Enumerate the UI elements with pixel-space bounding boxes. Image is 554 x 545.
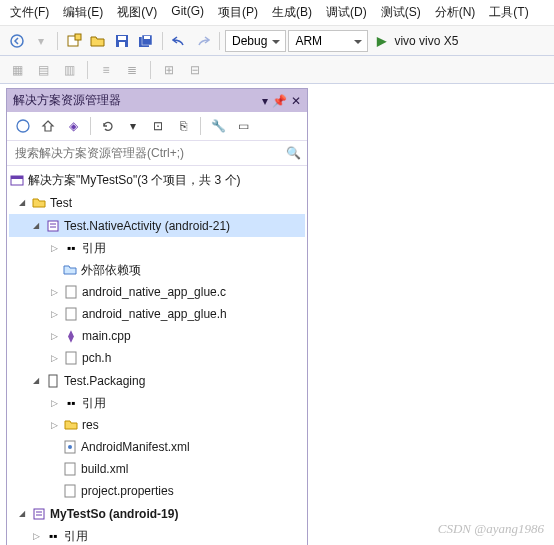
tree-item-myso[interactable]: MyTestSo (android-19) — [9, 502, 305, 525]
panel-menu-icon[interactable]: ▾ — [262, 94, 268, 108]
tree-item-ref3[interactable]: ▪▪引用 — [9, 525, 305, 545]
svg-rect-13 — [66, 286, 76, 298]
home-back-icon[interactable] — [12, 115, 34, 137]
file-icon — [62, 483, 78, 499]
panel-title-text: 解决方案资源管理器 — [13, 92, 121, 109]
main-toolbar: ▾ Debug ARM ▶ vivo vivo X5 — [0, 26, 554, 56]
close-icon[interactable]: ✕ — [291, 94, 301, 108]
undo-icon[interactable] — [168, 30, 190, 52]
menu-debug[interactable]: 调试(D) — [326, 4, 367, 21]
secondary-toolbar: ▦ ▤ ▥ ≡ ≣ ⊞ ⊟ — [0, 56, 554, 84]
search-box[interactable]: 🔍 — [7, 141, 307, 166]
folder-icon — [63, 417, 79, 433]
refresh-icon[interactable] — [97, 115, 119, 137]
tree-item-ref1[interactable]: ▪▪引用 — [9, 237, 305, 259]
nav-fwd-icon[interactable]: ▾ — [30, 30, 52, 52]
menu-git[interactable]: Git(G) — [171, 4, 204, 21]
svg-rect-11 — [11, 176, 23, 179]
folder-icon — [31, 195, 47, 211]
tree-item-native[interactable]: Test.NativeActivity (android-21) — [9, 214, 305, 237]
external-deps-icon — [62, 262, 78, 278]
xml-file-icon — [62, 439, 78, 455]
svg-rect-4 — [118, 36, 126, 40]
svg-point-0 — [11, 35, 23, 47]
tree-item-ref2[interactable]: ▪▪引用 — [9, 392, 305, 414]
properties-icon[interactable]: 🔧 — [207, 115, 229, 137]
sync-icon[interactable]: ◈ — [62, 115, 84, 137]
expand-icon[interactable] — [16, 503, 28, 524]
references-icon: ▪▪ — [63, 395, 79, 411]
menu-tools[interactable]: 工具(T) — [489, 4, 528, 21]
copy-icon[interactable]: ⎘ — [172, 115, 194, 137]
svg-rect-5 — [119, 42, 125, 47]
package-icon — [45, 373, 61, 389]
expand-icon[interactable] — [48, 326, 60, 346]
menu-project[interactable]: 项目(P) — [218, 4, 258, 21]
showall-icon[interactable]: ⊡ — [147, 115, 169, 137]
menu-build[interactable]: 生成(B) — [272, 4, 312, 21]
tree-item-res[interactable]: res — [9, 414, 305, 436]
tree-item-test[interactable]: Test — [9, 191, 305, 214]
solution-node[interactable]: 解决方案"MyTestSo"(3 个项目，共 3 个) — [9, 169, 305, 191]
start-debug-icon[interactable]: ▶ — [370, 30, 392, 52]
expand-icon[interactable] — [30, 215, 42, 236]
svg-rect-2 — [75, 34, 81, 40]
svg-rect-21 — [34, 509, 44, 519]
tree-item-build[interactable]: build.xml — [9, 458, 305, 480]
tree-item-pch1[interactable]: pch.h — [9, 347, 305, 369]
panel-titlebar[interactable]: 解决方案资源管理器 ▾ 📌 ✕ — [7, 89, 307, 112]
open-icon[interactable] — [87, 30, 109, 52]
menu-analyze[interactable]: 分析(N) — [435, 4, 476, 21]
grid1-icon: ▦ — [6, 59, 28, 81]
nav-back-icon[interactable] — [6, 30, 28, 52]
tree-item-glueh[interactable]: android_native_app_glue.h — [9, 303, 305, 325]
solution-tree[interactable]: 解决方案"MyTestSo"(3 个项目，共 3 个) Test Test.Na… — [7, 166, 307, 545]
menu-test[interactable]: 测试(S) — [381, 4, 421, 21]
svg-point-18 — [68, 445, 72, 449]
collapse-icon[interactable]: ▾ — [122, 115, 144, 137]
references-icon: ▪▪ — [45, 528, 61, 544]
svg-rect-14 — [66, 308, 76, 320]
expand-icon[interactable] — [30, 526, 42, 545]
expand-icon[interactable] — [48, 415, 60, 435]
menu-view[interactable]: 视图(V) — [117, 4, 157, 21]
expand-icon[interactable] — [48, 304, 60, 324]
platform-dropdown[interactable]: ARM — [288, 30, 368, 52]
tree-item-props[interactable]: project.properties — [9, 480, 305, 502]
tree-item-main[interactable]: ⧫main.cpp — [9, 325, 305, 347]
expand-icon[interactable] — [48, 282, 60, 302]
expand-icon[interactable] — [16, 192, 28, 213]
h-file-icon — [63, 350, 79, 366]
config-dropdown[interactable]: Debug — [225, 30, 286, 52]
menu-edit[interactable]: 编辑(E) — [63, 4, 103, 21]
expand-icon[interactable] — [30, 370, 42, 391]
tree-item-ext1[interactable]: 外部依赖项 — [9, 259, 305, 281]
panel-toolbar: ◈ ▾ ⊡ ⎘ 🔧 ▭ — [7, 112, 307, 141]
menu-file[interactable]: 文件(F) — [10, 4, 49, 21]
xml-file-icon — [62, 461, 78, 477]
tree-item-manifest[interactable]: AndroidManifest.xml — [9, 436, 305, 458]
align2-icon: ≣ — [121, 59, 143, 81]
search-icon[interactable]: 🔍 — [286, 146, 301, 160]
search-input[interactable] — [7, 141, 307, 165]
svg-point-9 — [17, 120, 29, 132]
save-icon[interactable] — [111, 30, 133, 52]
solution-explorer-panel: 解决方案资源管理器 ▾ 📌 ✕ ◈ ▾ ⊡ ⎘ 🔧 ▭ 🔍 解决方案"MyTes… — [6, 88, 308, 545]
pin-icon[interactable]: 📌 — [272, 94, 287, 108]
preview-icon[interactable]: ▭ — [232, 115, 254, 137]
expand-icon[interactable] — [48, 238, 60, 258]
redo-icon[interactable] — [192, 30, 214, 52]
h-file-icon — [63, 306, 79, 322]
expand-icon[interactable] — [48, 393, 60, 413]
tree-item-pkg[interactable]: Test.Packaging — [9, 369, 305, 392]
svg-rect-12 — [48, 221, 58, 231]
layout2-icon: ⊟ — [184, 59, 206, 81]
debug-target[interactable]: vivo vivo X5 — [394, 34, 458, 48]
save-all-icon[interactable] — [135, 30, 157, 52]
expand-icon[interactable] — [48, 348, 60, 368]
home-icon[interactable] — [37, 115, 59, 137]
new-project-icon[interactable] — [63, 30, 85, 52]
svg-rect-16 — [49, 375, 57, 387]
svg-rect-19 — [65, 463, 75, 475]
tree-item-gluec[interactable]: android_native_app_glue.c — [9, 281, 305, 303]
